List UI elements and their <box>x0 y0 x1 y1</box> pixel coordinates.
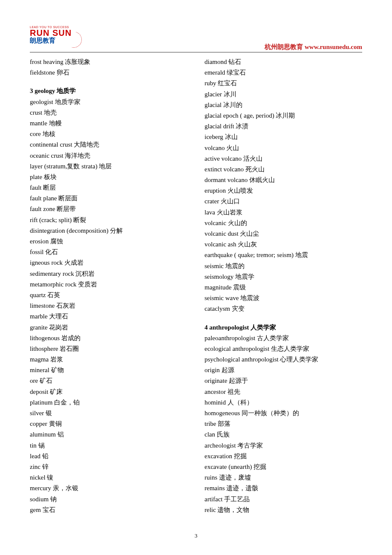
vocab-entry: psychological anthropologist 心理人类学家 <box>205 354 362 365</box>
vocab-entry: tin 锡 <box>30 440 187 451</box>
vocab-entry: sedimentary rock 沉积岩 <box>30 269 187 279</box>
vocab-entry: eruption 火山喷发 <box>205 185 362 196</box>
vocab-entry: volcanic ash 火山灰 <box>205 239 362 250</box>
vocab-entry: metamorphic rock 变质岩 <box>30 279 187 290</box>
vocab-entry: excavate (unearth) 挖掘 <box>205 462 362 472</box>
vocab-entry: volcanic 火山的 <box>205 218 362 228</box>
vocab-entry: plate 板块 <box>30 172 187 182</box>
vocab-entry: crust 地壳 <box>30 107 187 118</box>
vocab-entry: ruby 红宝石 <box>205 78 362 89</box>
vocab-entry: ore 矿石 <box>30 376 187 386</box>
vocab-entry: glacial epoch ( age, period) 冰川期 <box>205 110 362 121</box>
vocab-entry: clan 氏族 <box>205 429 362 440</box>
vocab-entry: sodium 钠 <box>30 494 187 505</box>
vocab-entry: aluminum 铝 <box>30 429 187 440</box>
header-url: www.runsunedu.com <box>305 43 362 50</box>
vocab-entry: lead 铅 <box>30 451 187 462</box>
document-page: LEAD YOU TO SUCCESS RUN SUN 朗思教育 杭州朗思教育 … <box>0 0 392 555</box>
header-org: 杭州朗思教育 <box>265 43 303 50</box>
vocab-entry: frost heaving 冻胀现象 <box>30 57 187 67</box>
vocab-entry: lithosphere 岩石圈 <box>30 344 187 354</box>
vocab-entry: disintegration (decomposition) 分解 <box>30 225 187 236</box>
vocab-entry: oceanic crust 海洋地壳 <box>30 150 187 161</box>
vocab-entry: relic 遗物，文物 <box>205 505 362 515</box>
vocab-entry: archeologist 考古学家 <box>205 440 362 451</box>
vocab-entry: marble 大理石 <box>30 311 187 322</box>
vocab-entry: excavation 挖掘 <box>205 451 362 462</box>
vocab-entry: zinc 锌 <box>30 462 187 472</box>
vocab-entry: quartz 石英 <box>30 290 187 301</box>
vocab-entry: dormant volcano 休眠火山 <box>205 175 362 185</box>
vocab-entry: ecological anthropologist 生态人类学家 <box>205 344 362 354</box>
vocab-entry: extinct volcano 死火山 <box>205 164 362 175</box>
vocab-entry: silver 银 <box>30 408 187 419</box>
vocab-entry: ruins 遗迹，废墟 <box>205 472 362 483</box>
vocab-entry: seismology 地震学 <box>205 272 362 282</box>
vocab-entry: diamond 钻石 <box>205 57 362 67</box>
vocab-entry: emerald 绿宝石 <box>205 67 362 78</box>
vocab-entry: continental crust 大陆地壳 <box>30 139 187 150</box>
vocab-entry: cataclysm 灾变 <box>205 304 362 314</box>
vocab-entry: layer (stratum,复数 strata) 地层 <box>30 161 187 172</box>
vocab-entry: remains 遗迹，遗骸 <box>205 483 362 494</box>
vocab-entry: glacier 冰川 <box>205 89 362 100</box>
vocab-entry: hominid 人（科） <box>205 397 362 408</box>
vocab-entry: volcano 火山 <box>205 143 362 153</box>
vocab-entry: nickel 镍 <box>30 472 187 483</box>
vocab-entry: lava 火山岩浆 <box>205 207 362 218</box>
vocab-entry: gem 宝石 <box>30 505 187 515</box>
page-header: LEAD YOU TO SUCCESS RUN SUN 朗思教育 杭州朗思教育 … <box>30 26 362 52</box>
vocab-entry: granite 花岗岩 <box>30 322 187 333</box>
vocab-entry: seismic 地震的 <box>205 261 362 272</box>
vocab-entry: geologist 地质学家 <box>30 97 187 107</box>
vocab-entry: platinum 白金，铂 <box>30 397 187 408</box>
vocab-entry: homogeneous 同一种族（种类）的 <box>205 408 362 419</box>
vocab-entry: crater 火山口 <box>205 196 362 207</box>
vocab-entry: earthquake ( quake; tremor; seism) 地震 <box>205 250 362 260</box>
vocab-entry: paleoanthropologist 古人类学家 <box>205 333 362 344</box>
vocab-entry: igneous rock 火成岩 <box>30 257 187 268</box>
vocab-entry: volcanic dust 火山尘 <box>205 228 362 239</box>
content-columns: frost heaving 冻胀现象fieldstone 卵石3 geology… <box>30 57 362 515</box>
vocab-entry: fossil 化石 <box>30 247 187 257</box>
vocab-entry: origin 起源 <box>205 365 362 376</box>
vocab-entry: deposit 矿床 <box>30 387 187 397</box>
vocab-entry: fieldstone 卵石 <box>30 67 187 78</box>
vocab-entry: erosion 腐蚀 <box>30 236 187 247</box>
vocab-entry: magnitude 震级 <box>205 282 362 293</box>
section-title: 3 geology 地质学 <box>30 86 187 96</box>
left-column: frost heaving 冻胀现象fieldstone 卵石3 geology… <box>30 57 187 515</box>
vocab-entry: magma 岩浆 <box>30 354 187 365</box>
vocab-entry: tribe 部落 <box>205 419 362 429</box>
vocab-entry: originate 起源于 <box>205 376 362 386</box>
vocab-entry: fault 断层 <box>30 182 187 193</box>
vocab-entry: active volcano 活火山 <box>205 153 362 164</box>
vocab-entry: limestone 石灰岩 <box>30 301 187 311</box>
page-number: 3 <box>30 532 362 539</box>
vocab-entry: seismic wave 地震波 <box>205 293 362 304</box>
section-title: 4 anthropologist 人类学家 <box>205 322 362 333</box>
logo: LEAD YOU TO SUCCESS RUN SUN 朗思教育 <box>30 26 81 51</box>
vocab-entry: mercury 汞，水银 <box>30 483 187 494</box>
vocab-entry: lithogenous 岩成的 <box>30 333 187 344</box>
vocab-entry: fault zone 断层带 <box>30 204 187 214</box>
vocab-entry: artifact 手工艺品 <box>205 494 362 505</box>
vocab-entry: ancestor 祖先 <box>205 387 362 397</box>
vocab-entry: mantle 地幔 <box>30 118 187 129</box>
vocab-entry: glacial 冰川的 <box>205 100 362 110</box>
right-column: diamond 钻石emerald 绿宝石ruby 红宝石glacier 冰川g… <box>205 57 362 515</box>
vocab-entry: core 地核 <box>30 129 187 139</box>
vocab-entry: copper 黄铜 <box>30 419 187 429</box>
vocab-entry: mineral 矿物 <box>30 365 187 376</box>
vocab-entry: iceberg 冰山 <box>205 132 362 142</box>
vocab-entry: fault plane 断层面 <box>30 193 187 204</box>
header-right: 杭州朗思教育 www.runsunedu.com <box>265 43 362 51</box>
vocab-entry: glacial drift 冰渍 <box>205 121 362 132</box>
vocab-entry: rift (crack; split) 断裂 <box>30 215 187 225</box>
